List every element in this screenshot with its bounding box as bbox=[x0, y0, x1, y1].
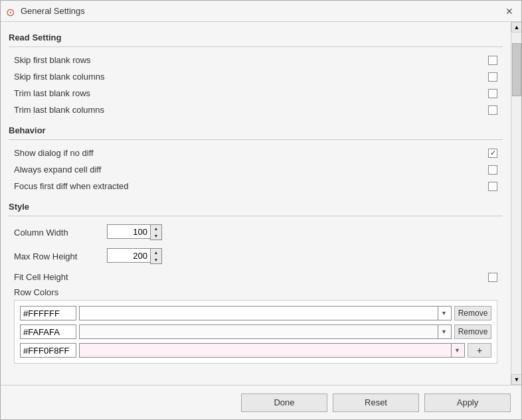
skip-first-blank-columns-control bbox=[488, 72, 497, 82]
dropdown-arrow-1: ▼ bbox=[438, 307, 450, 320]
color-hex-input-1[interactable] bbox=[20, 306, 76, 320]
column-width-spin-down[interactable]: ▼ bbox=[151, 232, 161, 240]
color-row-1: ▼ Remove bbox=[20, 306, 491, 320]
show-dialog-no-diff-label: Show dialog if no diff bbox=[14, 148, 488, 158]
title-bar: ⊙ General Settings ✕ bbox=[1, 1, 521, 22]
window-title: General Settings bbox=[21, 6, 85, 16]
focus-first-diff-label: Focus first diff when extracted bbox=[14, 181, 488, 191]
focus-first-diff-checkbox[interactable] bbox=[488, 182, 497, 191]
style-divider bbox=[9, 216, 503, 216]
app-icon: ⊙ bbox=[6, 6, 17, 17]
read-setting-header: Read Setting bbox=[9, 33, 503, 44]
max-row-height-input[interactable] bbox=[107, 248, 150, 263]
title-bar-left: ⊙ General Settings bbox=[6, 6, 85, 17]
column-width-row: Column Width ▲ ▼ bbox=[9, 222, 503, 243]
color-hex-input-3[interactable] bbox=[20, 343, 76, 358]
scrollbar-empty bbox=[511, 96, 521, 374]
max-row-height-spin-up[interactable]: ▲ bbox=[151, 249, 161, 256]
setting-row-focus-first-diff: Focus first diff when extracted bbox=[9, 178, 503, 194]
remove-btn-1[interactable]: Remove bbox=[454, 306, 491, 320]
style-header: Style bbox=[9, 202, 503, 213]
apply-button[interactable]: Apply bbox=[424, 393, 511, 412]
skip-first-blank-rows-control bbox=[488, 56, 497, 65]
column-width-spin-buttons: ▲ ▼ bbox=[150, 224, 162, 240]
focus-first-diff-control bbox=[488, 182, 497, 191]
column-width-input[interactable] bbox=[107, 224, 150, 239]
color-hex-input-2[interactable] bbox=[20, 324, 76, 339]
skip-first-blank-rows-label: Skip first blank rows bbox=[14, 55, 488, 65]
scrollbar-thumb[interactable] bbox=[512, 43, 521, 96]
column-width-spinbox: ▲ ▼ bbox=[107, 224, 162, 240]
fit-cell-height-checkbox[interactable] bbox=[488, 273, 497, 282]
color-row-3: ▼ + bbox=[20, 343, 491, 358]
show-dialog-no-diff-control bbox=[488, 149, 497, 158]
trim-last-blank-columns-control bbox=[488, 105, 497, 115]
close-button[interactable]: ✕ bbox=[503, 5, 516, 18]
setting-row-trim-last-blank-columns: Trim last blank columns bbox=[9, 102, 503, 117]
remove-btn-2[interactable]: Remove bbox=[454, 324, 491, 339]
row-colors-box: ▼ Remove ▼ Remove bbox=[14, 300, 497, 364]
skip-first-blank-rows-checkbox[interactable] bbox=[488, 56, 497, 65]
max-row-height-spin-down[interactable]: ▼ bbox=[151, 256, 161, 263]
read-setting-divider bbox=[9, 46, 503, 47]
color-preview-select-1[interactable]: ▼ bbox=[79, 306, 452, 320]
column-width-label: Column Width bbox=[14, 228, 107, 238]
content-area: Read Setting Skip first blank rows Skip … bbox=[1, 22, 521, 385]
behavior-divider bbox=[9, 139, 503, 140]
scrollbar-track: ▲ ▼ bbox=[511, 22, 521, 385]
max-row-height-spinbox: ▲ ▼ bbox=[107, 248, 162, 264]
setting-row-skip-first-blank-rows: Skip first blank rows bbox=[9, 52, 503, 68]
scrollbar-arrow-down[interactable]: ▼ bbox=[511, 374, 521, 385]
trim-last-blank-rows-checkbox[interactable] bbox=[488, 89, 497, 98]
dropdown-arrow-2: ▼ bbox=[438, 325, 450, 338]
always-expand-cell-diff-checkbox[interactable] bbox=[488, 165, 497, 175]
trim-last-blank-columns-checkbox[interactable] bbox=[488, 105, 497, 115]
dropdown-arrow-3: ▼ bbox=[451, 344, 463, 357]
main-area: Read Setting Skip first blank rows Skip … bbox=[1, 22, 511, 385]
behavior-header: Behavior bbox=[9, 125, 503, 137]
skip-first-blank-columns-checkbox[interactable] bbox=[488, 72, 497, 82]
done-button[interactable]: Done bbox=[241, 393, 327, 412]
add-color-button[interactable]: + bbox=[468, 343, 491, 358]
trim-last-blank-rows-label: Trim last blank rows bbox=[14, 88, 488, 98]
setting-row-trim-last-blank-rows: Trim last blank rows bbox=[9, 86, 503, 101]
column-width-spin-up[interactable]: ▲ bbox=[151, 225, 161, 232]
setting-row-always-expand-cell-diff: Always expand cell diff bbox=[9, 162, 503, 177]
color-preview-select-2[interactable]: ▼ bbox=[79, 324, 452, 339]
always-expand-cell-diff-label: Always expand cell diff bbox=[14, 165, 488, 175]
row-colors-label: Row Colors bbox=[14, 287, 497, 297]
color-row-2: ▼ Remove bbox=[20, 324, 491, 339]
max-row-height-label: Max Row Height bbox=[14, 251, 107, 261]
footer: Done Reset Apply bbox=[1, 385, 521, 419]
reset-button[interactable]: Reset bbox=[333, 393, 419, 412]
always-expand-cell-diff-control bbox=[488, 165, 497, 175]
fit-cell-height-row: Fit Cell Height bbox=[9, 269, 503, 285]
fit-cell-height-control bbox=[488, 273, 497, 282]
scrollbar-arrow-up[interactable]: ▲ bbox=[511, 22, 521, 33]
show-dialog-no-diff-checkbox[interactable] bbox=[488, 149, 497, 158]
trim-last-blank-columns-label: Trim last blank columns bbox=[14, 105, 488, 115]
setting-row-skip-first-blank-columns: Skip first blank columns bbox=[9, 69, 503, 84]
skip-first-blank-columns-label: Skip first blank columns bbox=[14, 72, 488, 82]
fit-cell-height-label: Fit Cell Height bbox=[14, 272, 488, 282]
trim-last-blank-rows-control bbox=[488, 89, 497, 98]
row-colors-section: Row Colors ▼ Remove ▼ bbox=[14, 287, 497, 364]
setting-row-show-dialog-no-diff: Show dialog if no diff bbox=[9, 145, 503, 161]
color-preview-select-3[interactable]: ▼ bbox=[79, 343, 465, 358]
general-settings-window: ⊙ General Settings ✕ Read Setting Skip f… bbox=[0, 0, 522, 420]
max-row-height-spin-buttons: ▲ ▼ bbox=[150, 248, 162, 264]
max-row-height-row: Max Row Height ▲ ▼ bbox=[9, 245, 503, 267]
